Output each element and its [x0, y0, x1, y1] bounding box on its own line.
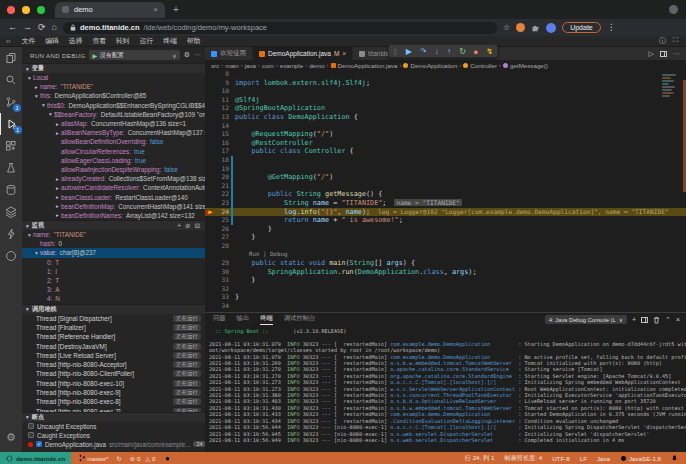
run-debug-icon[interactable]: 1 — [0, 113, 23, 135]
step-into-icon[interactable]: ↓ — [435, 47, 439, 56]
tree-row[interactable]: ▸beanDefinitionNames:ArrayList@142 size=… — [22, 211, 205, 220]
breadcrumb-item[interactable]: Controller — [463, 62, 497, 69]
refresh-watch-icon[interactable]: ⊘ — [185, 222, 190, 230]
code-line[interactable]: 19 — [205, 165, 686, 174]
run-file-icon[interactable]: ▷ — [649, 50, 654, 58]
close-panel-icon[interactable]: × — [676, 316, 680, 323]
continue-icon[interactable]: ▶ — [406, 47, 412, 56]
breadcrumb-item[interactable]: example — [280, 62, 303, 69]
tree-row[interactable]: 1:I — [22, 267, 205, 276]
source-control-icon[interactable]: 1 — [0, 91, 22, 113]
notifications-bell-icon[interactable] — [671, 454, 678, 462]
extensions-icon[interactable] — [0, 135, 22, 157]
panel-tab-终端[interactable]: 终端 — [260, 314, 273, 325]
menu-item[interactable]: 编辑 — [40, 36, 64, 46]
browser-update-button[interactable]: Update — [562, 22, 601, 33]
tree-row[interactable]: 0:T — [22, 258, 205, 267]
code-line[interactable]: 11@Slf4j — [205, 96, 686, 105]
cursor-position[interactable]: 行 24, 列 1 — [465, 454, 495, 463]
branch-indicator[interactable]: master* — [79, 454, 108, 462]
tree-row[interactable]: allowRawInjectionDespiteWrapping:false — [22, 165, 205, 174]
split-terminal-icon[interactable] — [641, 317, 648, 323]
bookmark-star-icon[interactable]: ☆ — [503, 23, 510, 32]
breakpoint-row[interactable]: ✓DemoApplication.javasrc/main/java/com/e… — [22, 440, 205, 449]
tree-row[interactable]: ▸name:"TITANIDE" — [22, 82, 205, 91]
breadcrumb-item[interactable]: main — [225, 62, 238, 69]
code-line[interactable]: 8 — [205, 70, 686, 79]
breadcrumb-item[interactable]: getMessage() — [503, 62, 548, 69]
code-line[interactable]: 29 public static void main(String[] args… — [205, 259, 686, 268]
tree-row[interactable]: 2:T — [22, 276, 205, 285]
tree-row[interactable]: hash:0 — [22, 239, 205, 248]
editor-tab[interactable]: 欢迎使用 — [205, 47, 253, 60]
layers-icon[interactable] — [0, 201, 22, 223]
address-bar[interactable]: demo.titanide.cn/ide/web/coding/demo/my-… — [63, 22, 497, 34]
java-runtime[interactable]: JavaSE-1.8 — [620, 455, 661, 462]
watch-section-header[interactable]: ▾ 监视 + ⊘ ⊟ — [22, 220, 205, 230]
tree-row[interactable]: allowCircularReferences:true — [22, 147, 205, 156]
breakpoint-row[interactable]: Uncaught Exceptions — [22, 422, 205, 431]
tree-row[interactable]: ▸beanDefinitionMap:ConcurrentHashMap@141… — [22, 202, 205, 211]
menu-item[interactable]: 运行 — [135, 36, 159, 46]
thread-row[interactable]: Thread [Finalizer]正在运行 — [22, 323, 205, 332]
code-line[interactable]: 18 — [205, 156, 686, 165]
breadcrumb-item[interactable]: com — [262, 62, 274, 69]
code-line[interactable]: 9import lombok.extern.slf4j.Slf4j; — [205, 79, 686, 88]
code-line[interactable]: 34 — [205, 302, 686, 311]
menu-item[interactable]: 终端 — [158, 36, 182, 46]
encoding[interactable]: UTF-8 — [552, 455, 570, 462]
tree-row[interactable]: 3:A — [22, 285, 205, 294]
code-line[interactable]: 33} — [205, 293, 686, 302]
editor-more-actions-icon[interactable]: ⋯ — [673, 50, 680, 58]
menu-item[interactable]: 查看 — [87, 36, 111, 46]
restart-icon[interactable]: ↻ — [459, 47, 466, 56]
tree-row[interactable]: ▾name:"TITANIDE" — [22, 230, 205, 239]
window-zoom-button[interactable] — [37, 6, 45, 14]
debug-session-indicator[interactable] — [164, 455, 171, 462]
code-line[interactable]: 26 } — [205, 225, 686, 234]
problems-indicator[interactable]: ⊘0 △0 — [130, 455, 156, 462]
code-line[interactable]: 31 } — [205, 276, 686, 285]
back-icon[interactable]: ← — [8, 23, 17, 32]
forward-icon[interactable]: → — [23, 23, 32, 32]
more-actions-icon[interactable]: ⋯ — [194, 51, 201, 59]
home-icon[interactable]: ⌂ — [52, 23, 57, 32]
editor-tab[interactable]: DemoApplication.javaM× — [253, 47, 353, 60]
menu-item[interactable]: 转到 — [111, 36, 135, 46]
code-line[interactable]: 21 — [205, 182, 686, 191]
thread-row[interactable]: Thread [http-nio-8080-ClientPoller]正在运行 — [22, 369, 205, 378]
thread-row[interactable]: Thread [http-nio-8080-Acceptor]正在运行 — [22, 360, 205, 369]
code-line[interactable]: 32 — [205, 285, 686, 294]
profile-avatar[interactable] — [546, 23, 556, 33]
tree-row[interactable]: allowBeanDefinitionOverriding:false — [22, 137, 205, 146]
add-watch-icon[interactable]: + — [177, 222, 181, 230]
breakpoint-checkbox[interactable]: ✓ — [36, 441, 42, 447]
test-beaker-icon[interactable] — [0, 157, 22, 179]
thread-row[interactable]: Thread [Signal Dispatcher]正在运行 — [22, 314, 205, 323]
menu-item[interactable]: 文件 — [17, 36, 41, 46]
tree-row[interactable]: ▸allBeanNamesByType:ConcurrentHashMap@13… — [22, 128, 205, 137]
remote-indicator[interactable]: demo.titanide.cn — [0, 452, 71, 464]
eol[interactable]: LF — [580, 455, 587, 462]
manage-gear-icon[interactable]: ⚙ — [0, 426, 22, 448]
account-icon[interactable] — [0, 245, 22, 267]
thread-row[interactable]: Thread [http-nio-8080-exec-10]正在运行 — [22, 379, 205, 388]
thread-row[interactable]: Thread [http-nio-8080-exec-8]正在运行 — [22, 397, 205, 406]
breadcrumb-item[interactable]: DemoApplication — [403, 62, 457, 69]
terminal-select-dropdown[interactable]: 4: Java Debug Console (L∨ — [545, 315, 627, 324]
menu-item[interactable]: 选择 — [64, 36, 88, 46]
stop-icon[interactable]: ■ — [474, 48, 478, 55]
menu-item[interactable]: 帮助 — [182, 36, 206, 46]
step-over-icon[interactable]: ↷ — [420, 47, 427, 56]
start-debug-icon[interactable]: ▶ — [92, 52, 97, 59]
breadcrumb-item[interactable]: java — [245, 62, 256, 69]
code-line[interactable]: 14 — [205, 122, 686, 131]
kill-terminal-trash-icon[interactable] — [653, 316, 660, 324]
step-out-icon[interactable]: ↑ — [447, 47, 451, 56]
breakpoint-checkbox[interactable] — [28, 432, 34, 438]
code-line[interactable]: 28 — [205, 242, 686, 251]
tree-row[interactable]: ▾Local — [22, 73, 205, 82]
reload-icon[interactable]: ⟳ — [38, 23, 46, 32]
breadcrumb[interactable]: src›main›java›com›example›demo›DemoAppli… — [205, 60, 686, 70]
code-line[interactable]: 22 public String getMessage() { — [205, 190, 686, 199]
